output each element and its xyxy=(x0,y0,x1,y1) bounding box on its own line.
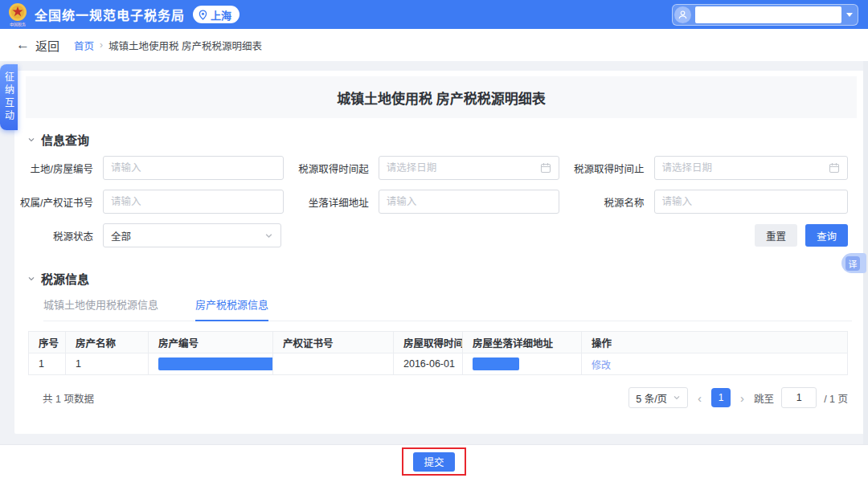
total-pages-label: / 1 页 xyxy=(824,390,848,406)
logo-caption: 中国税务 xyxy=(10,22,26,27)
source-status-select[interactable]: 全部 xyxy=(103,223,281,247)
acquire-date-start-picker[interactable] xyxy=(379,156,559,180)
ownership-cert-input-box[interactable] xyxy=(103,190,284,214)
col-address: 房屋坐落详细地址 xyxy=(463,332,582,353)
breadcrumb-current: 城镇土地使用税 房产税税源明细表 xyxy=(108,38,262,53)
ownership-cert-input[interactable] xyxy=(111,196,276,207)
select-caret-icon xyxy=(264,231,273,240)
pagination-bar: 共 1 项数据 5 条/页 ‹ 1 › 跳至 / 1 页 xyxy=(43,387,848,408)
calendar-icon xyxy=(829,162,840,174)
query-section-header[interactable]: 信息查询 xyxy=(27,131,868,148)
field-acquire-date-end: 税源取得时间止 xyxy=(566,156,848,180)
acquire-date-start-input[interactable] xyxy=(387,162,535,174)
cell-cert-number xyxy=(273,353,394,375)
field-label: 权属/产权证书号 xyxy=(14,194,103,210)
property-number-input[interactable] xyxy=(111,162,276,174)
col-actions: 操作 xyxy=(582,332,848,353)
field-label: 税源取得时间止 xyxy=(566,161,654,176)
query-form: 土地/房屋编号 税源取得时间起 税源取得时间止 xyxy=(14,156,868,214)
tab-urban-land-use-tax[interactable]: 城镇土地使用税税源信息 xyxy=(43,296,158,321)
property-number-input-box[interactable] xyxy=(103,156,284,180)
total-count-label: 共 1 项数据 xyxy=(43,390,94,406)
field-property-number: 土地/房屋编号 xyxy=(14,156,284,180)
back-arrow-icon: ← xyxy=(16,37,30,53)
field-ownership-cert: 权属/产权证书号 xyxy=(14,190,284,214)
address-input-box[interactable] xyxy=(379,190,559,214)
field-acquire-date-start: 税源取得时间起 xyxy=(290,156,559,180)
search-button[interactable]: 查询 xyxy=(805,224,848,247)
breadcrumb-home-link[interactable]: 首页 xyxy=(74,38,94,53)
tax-bureau-logo: 中国税务 xyxy=(8,2,27,27)
location-pin-icon xyxy=(198,10,208,20)
user-account-widget[interactable] xyxy=(672,4,858,26)
source-section-title: 税源信息 xyxy=(41,270,89,287)
sidebar-tab-interaction[interactable]: 征纳互动 xyxy=(0,64,18,130)
national-emblem-icon xyxy=(8,2,27,22)
cell-address xyxy=(463,353,582,375)
cell-property-code xyxy=(149,353,273,375)
back-label: 返回 xyxy=(35,37,59,54)
field-label: 坐落详细地址 xyxy=(290,194,379,210)
col-property-name: 房产名称 xyxy=(66,332,149,353)
back-button[interactable]: ← 返回 xyxy=(16,37,59,54)
field-source-status: 税源状态 全部 xyxy=(14,223,281,247)
app-title: 全国统一规范电子税务局 xyxy=(35,5,185,24)
location-label: 上海 xyxy=(211,7,231,22)
col-cert-number: 产权证书号 xyxy=(273,332,394,353)
jump-page-input[interactable] xyxy=(781,387,817,408)
col-acquire-date: 房屋取得时间 xyxy=(394,332,463,353)
field-label: 土地/房屋编号 xyxy=(14,161,103,176)
page-number-button[interactable]: 1 xyxy=(711,388,731,407)
person-icon xyxy=(678,10,688,20)
chevron-down-icon xyxy=(27,136,35,144)
status-row: 税源状态 全部 重置 查询 xyxy=(14,223,868,247)
tab-property-tax[interactable]: 房产税税源信息 xyxy=(195,296,268,321)
cell-acquire-date: 2016-06-01 xyxy=(394,353,463,375)
field-label: 税源名称 xyxy=(566,194,654,210)
user-dropdown-caret-icon[interactable] xyxy=(846,13,853,17)
acquire-date-end-picker[interactable] xyxy=(654,156,848,180)
calendar-icon xyxy=(540,162,551,174)
page-size-select[interactable]: 5 条/页 xyxy=(628,387,688,408)
table-row: 1 1 2016-06-01 修改 xyxy=(29,353,848,375)
col-property-code: 房产编号 xyxy=(149,332,273,353)
cell-actions: 修改 xyxy=(582,353,848,375)
source-status-value: 全部 xyxy=(111,228,264,243)
submit-button[interactable]: 提交 xyxy=(413,452,454,472)
user-name-redacted xyxy=(695,6,841,23)
redacted-address xyxy=(473,357,519,370)
pagination-controls: 5 条/页 ‹ 1 › 跳至 / 1 页 xyxy=(628,387,848,408)
reset-button[interactable]: 重置 xyxy=(755,224,797,247)
chevron-down-icon xyxy=(27,275,35,283)
translate-icon: 译 xyxy=(845,256,860,271)
source-table: 序号 房产名称 房产编号 产权证书号 房屋取得时间 房屋坐落详细地址 操作 1 … xyxy=(28,331,848,375)
location-pill[interactable]: 上海 xyxy=(193,6,240,23)
select-caret-icon xyxy=(673,394,681,402)
address-input[interactable] xyxy=(387,196,551,207)
field-source-name: 税源名称 xyxy=(566,190,848,214)
source-section-header[interactable]: 税源信息 xyxy=(27,270,868,287)
prev-page-button[interactable]: ‹ xyxy=(695,392,704,404)
page-title: 城镇土地使用税 房产税税源明细表 xyxy=(26,76,857,118)
main-area: 征纳互动 城镇土地使用税 房产税税源明细表 信息查询 土地/房屋编号 税源取得时… xyxy=(0,61,868,444)
content-panel: 城镇土地使用税 房产税税源明细表 信息查询 土地/房屋编号 税源取得时间起 xyxy=(14,71,868,434)
source-name-input[interactable] xyxy=(662,196,840,207)
field-label: 税源取得时间起 xyxy=(290,161,379,176)
user-avatar xyxy=(674,6,691,23)
col-seq: 序号 xyxy=(29,332,66,353)
next-page-button[interactable]: › xyxy=(738,392,747,404)
redacted-property-code xyxy=(158,357,273,370)
cell-property-name: 1 xyxy=(66,353,149,375)
query-section-title: 信息查询 xyxy=(41,131,89,148)
cell-seq: 1 xyxy=(29,353,66,375)
table-header-row: 序号 房产名称 房产编号 产权证书号 房屋取得时间 房屋坐落详细地址 操作 xyxy=(29,332,848,353)
translate-widget[interactable]: 译 xyxy=(841,253,866,273)
source-name-input-box[interactable] xyxy=(654,190,848,214)
field-address: 坐落详细地址 xyxy=(290,190,559,214)
acquire-date-end-input[interactable] xyxy=(662,162,824,174)
app-header: 中国税务 全国统一规范电子税务局 上海 xyxy=(0,0,868,29)
modify-link[interactable]: 修改 xyxy=(592,360,611,371)
source-tabs: 城镇土地使用税税源信息 房产税税源信息 xyxy=(43,296,852,321)
breadcrumb-separator: › xyxy=(100,39,103,51)
jump-to-label: 跳至 xyxy=(754,390,774,406)
